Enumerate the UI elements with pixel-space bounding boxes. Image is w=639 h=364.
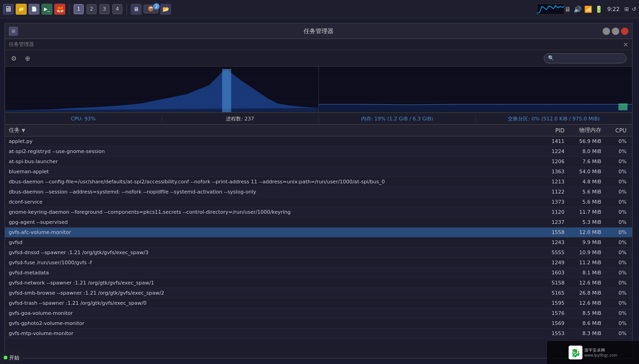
proc-cpu: 0% bbox=[605, 310, 630, 316]
workspace-3[interactable]: 3 bbox=[99, 4, 109, 14]
network-icon[interactable]: 📶 bbox=[584, 6, 592, 13]
proc-cpu: 0% bbox=[605, 250, 630, 256]
workspace-2[interactable]: 2 bbox=[86, 4, 97, 14]
proc-mem: 12.0 MiB bbox=[568, 229, 605, 235]
taskbar-files-icon[interactable]: 📄 bbox=[29, 4, 40, 15]
taskbar-open-app1[interactable]: 🖥 bbox=[131, 4, 142, 15]
process-list[interactable]: applet.py 1411 56.9 MiB 0% at-spi2-regis… bbox=[5, 136, 632, 358]
proc-mem: 5.6 MiB bbox=[568, 189, 605, 195]
table-row[interactable]: gpg-agent --supervised 1237 5.3 MiB 0% bbox=[5, 217, 632, 228]
table-row[interactable]: gvfsd-smb-browse --spawner :1.21 /org/gt… bbox=[5, 288, 632, 298]
taskbar-app-icon[interactable]: 🖥 bbox=[3, 4, 14, 15]
table-row[interactable]: gvfsd-network --spawner :1.21 /org/gtk/g… bbox=[5, 278, 632, 288]
taskbar-terminal-icon[interactable]: ▶_ bbox=[41, 4, 52, 15]
taskbar-browser-icon[interactable]: 🦊 bbox=[54, 4, 65, 15]
start-label[interactable]: 开始 bbox=[9, 354, 19, 361]
table-row[interactable]: blueman-applet 1363 54.0 MiB 0% bbox=[5, 167, 632, 177]
table-row[interactable]: gnome-keyring-daemon --foreground --comp… bbox=[5, 207, 632, 217]
proc-cpu: 0% bbox=[605, 229, 630, 235]
proc-pid: 1120 bbox=[536, 209, 568, 215]
table-row[interactable]: dconf-service 1373 5.6 MiB 0% bbox=[5, 197, 632, 207]
secondary-close-icon[interactable]: ✕ bbox=[623, 41, 628, 48]
taskbar-folder-icon[interactable]: 📁 bbox=[16, 4, 27, 15]
table-row[interactable]: dbus-daemon --session --address=systemd:… bbox=[5, 187, 632, 197]
proc-mem: 10.9 MiB bbox=[568, 250, 605, 256]
proc-cpu: 0% bbox=[605, 159, 630, 165]
svg-rect-4 bbox=[222, 69, 231, 112]
workspace-4[interactable]: 4 bbox=[112, 4, 122, 14]
proc-mem: 7.6 MiB bbox=[568, 159, 605, 165]
proc-mem: 8.5 MiB bbox=[568, 310, 605, 316]
taskbar-left: 🖥 📁 📄 ▶_ 🦊 1 2 3 4 🖥 📦 2 📂 bbox=[3, 4, 537, 15]
proc-pid: 1224 bbox=[536, 148, 568, 154]
proc-name: gvfs-goa-volume-monitor bbox=[7, 310, 536, 316]
proc-pid: 5165 bbox=[536, 290, 568, 296]
table-row[interactable]: gvfs-gphoto2-volume-monitor 1569 8.6 MiB… bbox=[5, 318, 632, 329]
table-row[interactable]: at-spi2-registryd --use-gnome-session 12… bbox=[5, 147, 632, 157]
table-row[interactable]: gvfsd-dnssd --spawner :1.21 /org/gtk/gvf… bbox=[5, 248, 632, 258]
maximize-button[interactable] bbox=[612, 28, 619, 35]
graph-area bbox=[5, 67, 632, 113]
proc-cpu: 0% bbox=[605, 169, 630, 175]
settings-icon[interactable]: ⚙ bbox=[9, 53, 19, 63]
proc-name: applet.py bbox=[7, 138, 536, 144]
proc-mem: 26.8 MiB bbox=[568, 290, 605, 296]
proc-mem: 56.9 MiB bbox=[568, 138, 605, 144]
cpu-mini-graph bbox=[537, 4, 564, 15]
table-row[interactable]: dbus-daemon --config-file=/usr/share/def… bbox=[5, 177, 632, 187]
proc-mem: 12.6 MiB bbox=[568, 280, 605, 286]
proc-name: dconf-service bbox=[7, 199, 536, 205]
proc-name: at-spi-bus-launcher bbox=[7, 159, 536, 165]
table-row[interactable]: gvfs-goa-volume-monitor 1576 8.5 MiB 0% bbox=[5, 308, 632, 318]
proc-cpu: 0% bbox=[605, 330, 630, 336]
proc-pid: 1595 bbox=[536, 300, 568, 306]
table-row[interactable]: gvfs-mtp-volume-monitor 1553 8.3 MiB 0% bbox=[5, 329, 632, 339]
battery-icon[interactable]: 🔋 bbox=[595, 6, 603, 13]
start-indicator bbox=[4, 356, 7, 359]
proc-pid: 1237 bbox=[536, 219, 568, 225]
tm-app-icon: 🖥 bbox=[9, 27, 18, 36]
proc-cpu: 0% bbox=[605, 239, 630, 245]
add-icon[interactable]: ⊕ bbox=[23, 53, 33, 63]
proc-pid: 5158 bbox=[536, 280, 568, 286]
workspace-1[interactable]: 1 bbox=[74, 4, 84, 14]
proc-cpu: 0% bbox=[605, 270, 630, 276]
proc-name: dbus-daemon --session --address=systemd:… bbox=[7, 189, 536, 195]
col-pid[interactable]: PID bbox=[536, 127, 568, 134]
table-row[interactable]: gvfsd 1243 9.9 MiB 0% bbox=[5, 238, 632, 248]
proc-mem: 4.8 MiB bbox=[568, 179, 605, 185]
proc-mem: 12.6 MiB bbox=[568, 300, 605, 306]
table-row[interactable]: at-spi-bus-launcher 1206 7.6 MiB 0% bbox=[5, 157, 632, 167]
table-row[interactable]: gvfsd-fuse /run/user/1000/gvfs -f 1249 1… bbox=[5, 258, 632, 268]
svg-rect-10 bbox=[618, 103, 627, 110]
table-row[interactable]: gvfs-afc-volume-monitor 1558 12.0 MiB 0% bbox=[5, 228, 632, 238]
swap-status: 交换分区: 0% (512.0 KiB / 975.0 MiB) bbox=[476, 115, 632, 122]
search-box[interactable]: 🔍 bbox=[544, 53, 627, 63]
screen-icon[interactable]: ⊞ bbox=[624, 6, 629, 12]
refresh-icon[interactable]: ↺ bbox=[632, 6, 636, 12]
proc-name: gvfsd-trash --spawner :1.21 /org/gtk/gvf… bbox=[7, 300, 536, 306]
proc-pid: 1576 bbox=[536, 310, 568, 316]
volume-icon[interactable]: 🔊 bbox=[574, 6, 581, 13]
proc-name: gvfsd-metadata bbox=[7, 270, 536, 276]
proc-mem: 5.6 MiB bbox=[568, 199, 605, 205]
proc-name: gvfsd-fuse /run/user/1000/gvfs -f bbox=[7, 260, 536, 266]
proc-cpu: 0% bbox=[605, 219, 630, 225]
taskbar-open-app3[interactable]: 📂 bbox=[160, 4, 171, 15]
display-icon[interactable]: 🖥 bbox=[564, 6, 571, 13]
table-row[interactable]: gvfsd-trash --spawner :1.21 /org/gtk/gvf… bbox=[5, 298, 632, 308]
table-row[interactable]: gvfsd-metadata 1603 8.1 MiB 0% bbox=[5, 268, 632, 278]
minimize-button[interactable] bbox=[603, 28, 610, 35]
proc-name: gvfs-afc-volume-monitor bbox=[7, 229, 536, 235]
proc-cpu: 0% bbox=[605, 300, 630, 306]
taskbar-open-app2[interactable]: 📦 2 bbox=[144, 5, 158, 13]
table-row[interactable]: applet.py 1411 56.9 MiB 0% bbox=[5, 136, 632, 147]
proc-pid: 1122 bbox=[536, 189, 568, 195]
col-mem[interactable]: 物理内存 bbox=[568, 126, 605, 134]
close-button[interactable] bbox=[621, 28, 628, 35]
mem-status: 内存: 19% (1.2 GiB / 6.3 GiB) bbox=[319, 115, 476, 122]
col-task[interactable]: 任务 ▼ bbox=[7, 126, 536, 134]
taskbar-badge: 2 bbox=[153, 3, 160, 10]
proc-mem: 5.3 MiB bbox=[568, 219, 605, 225]
col-cpu[interactable]: CPU bbox=[605, 127, 630, 134]
